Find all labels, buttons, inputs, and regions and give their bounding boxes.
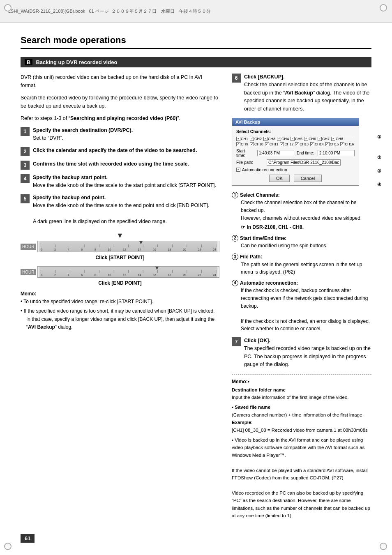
ch13-checkbox[interactable]: CH13	[295, 142, 309, 146]
timescale-row-2: HOUR | | | | | |	[21, 266, 219, 278]
annotation-4-body: If the checkbox is checked, backup conti…	[232, 287, 371, 333]
intro-line2: Search the recorded video by following t…	[21, 94, 219, 110]
timescale-block-1: ▼ HOUR | | |	[21, 231, 219, 260]
annot-circle-4: 4	[232, 280, 238, 286]
step-7: 7 Click [OK]. The specified recorded vid…	[232, 337, 371, 369]
annotation-2-title: 2 Start time/End time:	[232, 235, 371, 242]
ch1-checkbox[interactable]: CH1	[236, 137, 248, 141]
start-time-label: Start time:	[236, 149, 255, 158]
annotation-3-body: The path set in the general settings scr…	[232, 261, 371, 276]
start-time-input[interactable]	[257, 150, 294, 156]
annot-circle-2: 2	[232, 235, 238, 242]
header-filename: LSHI_WA(DSR-2116_2108)(GB).book	[8, 9, 85, 14]
ch5-checkbox[interactable]: CH5	[291, 137, 302, 141]
header-band: LSHI_WA(DSR-2116_2108)(GB).book 61 ページ ２…	[0, 0, 392, 23]
step-1-body: Set to “DVR”.	[33, 135, 63, 141]
ch4-checkbox[interactable]: CH4	[277, 137, 289, 141]
timescale-block-2: HOUR | | | | | |	[21, 266, 219, 286]
dialog-wrapper: AVI Backup Select Channels: CH1 CH2 CH3 …	[232, 118, 371, 186]
step-3-title: Confirms the time slot with recorded vid…	[33, 161, 189, 167]
ts-bar-1: | | | | | | | | | |	[37, 241, 219, 252]
ch3-checkbox[interactable]: CH3	[263, 137, 275, 141]
ch12-checkbox[interactable]: CH12	[280, 142, 293, 146]
annotation-1-body: Check the channel selection box of the c…	[232, 199, 371, 222]
annotations-list: 1 Select Channels: Check the channel sel…	[232, 191, 371, 333]
annotation-1-subnote: ☞ In DSR-2108, CH1 - CH8.	[241, 223, 371, 231]
step-3-number: 3	[21, 161, 30, 170]
annot-circle-1: 1	[232, 192, 238, 198]
annotation-2: 2 Start time/End time: Can be modified u…	[232, 235, 371, 250]
step-4-title: Specify the backup start point.	[33, 175, 108, 180]
dialog-annotation-numbers: ① ② ③ ④	[377, 131, 381, 190]
step-6-body: Check the channel selection box of the c…	[244, 82, 369, 111]
memo-right: Memo:• Destination folder name Input the…	[232, 374, 371, 519]
file-path-label: File path:	[236, 160, 264, 165]
example-value: [CH1] 08_30_08 = Recorded video from cam…	[232, 428, 368, 433]
page-footer: 61	[21, 534, 371, 543]
ts-label-1: HOUR	[21, 244, 36, 250]
annotation-4: 4 Automatic reconnection: If the checkbo…	[232, 279, 371, 333]
step-1-number: 1	[21, 127, 30, 136]
auto-reconnect-row: Automatic reconnection	[236, 167, 355, 172]
step-7-content: Click [OK]. The specified recorded video…	[244, 337, 371, 369]
ch2-checkbox[interactable]: CH2	[250, 137, 262, 141]
ch11-checkbox[interactable]: CH11	[265, 142, 279, 146]
ch7-checkbox[interactable]: CH7	[318, 137, 330, 141]
step-5: 5 Specify the backup end point. Move the…	[21, 194, 219, 226]
header-date: ２００９年５月２７日 水曜日 午後４時５０分	[111, 8, 211, 14]
step-6-number: 6	[232, 74, 241, 83]
memo-bullet-1: • To undo the specified video range, re-…	[21, 298, 219, 306]
auto-reconnect-label: Automatic reconnection	[242, 167, 287, 172]
end-time-label: End time:	[297, 151, 315, 155]
step-2-number: 2	[21, 147, 30, 156]
header-page: 61	[89, 9, 94, 14]
memo-right-dest-folder: Destination folder name Input the date i…	[232, 386, 371, 401]
avi-body3: Video recorded on the PC can also be bac…	[232, 491, 370, 518]
ch14-checkbox[interactable]: CH14	[310, 142, 324, 146]
right-column: 6 Click [BACKUP]. Check the channel sele…	[232, 73, 371, 522]
ch15-checkbox[interactable]: CH15	[325, 142, 339, 146]
page-number: 61	[21, 534, 35, 543]
dest-folder-body: Input the date information of the first …	[232, 395, 348, 400]
step-1-content: Specify the search destination (DVR/PC).…	[33, 127, 133, 143]
step-4-body: Move the slide knob of the time scale to…	[33, 182, 216, 188]
memo-right-title: Memo:•	[232, 379, 249, 385]
step-5-title: Specify the backup end point.	[33, 195, 106, 200]
example-label: Example:	[232, 420, 253, 425]
end-time-input[interactable]	[318, 150, 355, 156]
step-4-content: Specify the backup start point. Move the…	[33, 174, 216, 190]
dialog-section-label: Select Channels:	[236, 129, 355, 135]
saved-file-title: • Saved file name	[232, 405, 270, 410]
ch9-checkbox[interactable]: CH9	[236, 142, 248, 146]
dialog-titlebar: AVI Backup	[232, 118, 359, 126]
channels-row-1: CH1 CH2 CH3 CH4 CH5 CH6 CH7 CH8	[236, 137, 355, 141]
start-end-time-row: Start time: End time:	[236, 149, 355, 158]
ch8-checkbox[interactable]: CH8	[331, 137, 343, 141]
avi-body2: If the video cannot be played with a sta…	[232, 468, 368, 480]
ch16-checkbox[interactable]: CH16	[340, 142, 354, 146]
step-2-content: Click the calendar and specify the date …	[33, 147, 197, 154]
step-1: 1 Specify the search destination (DVR/PC…	[21, 127, 219, 143]
annotation-3: 3 File Path: The path set in the general…	[232, 253, 371, 276]
ch6-checkbox[interactable]: CH6	[304, 137, 316, 141]
intro-line3: Refer to steps 1-3 of “Searching and pla…	[21, 114, 219, 122]
step-1-title: Specify the search destination (DVR/PC).	[33, 127, 133, 133]
auto-reconnect-checkbox[interactable]	[236, 168, 240, 172]
page-title: Search mode operations	[21, 35, 371, 49]
ch10-checkbox[interactable]: CH10	[250, 142, 263, 146]
memo-left: Memo: • To undo the specified video rang…	[21, 290, 219, 331]
memo-right-avi: • Video is backed up in the AVI format a…	[232, 436, 371, 519]
dialog-btn-row: OK Cancel	[236, 175, 355, 182]
annotation-4-title: 4 Automatic reconnection:	[232, 279, 371, 287]
avi-backup-dialog: AVI Backup Select Channels: CH1 CH2 CH3 …	[232, 118, 359, 186]
ok-button[interactable]: OK	[269, 175, 290, 182]
section-title: Backing up DVR recorded video	[36, 59, 117, 65]
step-4-number: 4	[21, 174, 30, 183]
file-path-input[interactable]	[267, 159, 341, 166]
dialog-body: Select Channels: CH1 CH2 CH3 CH4 CH5 CH6…	[232, 126, 359, 185]
cancel-button[interactable]: Cancel	[294, 175, 322, 182]
step-3: 3 Confirms the time slot with recorded v…	[21, 160, 219, 170]
ts-bar-2: | | | | | | | | | |	[37, 266, 219, 278]
step-6-content: Click [BACKUP]. Check the channel select…	[244, 73, 371, 113]
intro-line1: DVR (this unit) recorded video can be ba…	[21, 73, 219, 90]
